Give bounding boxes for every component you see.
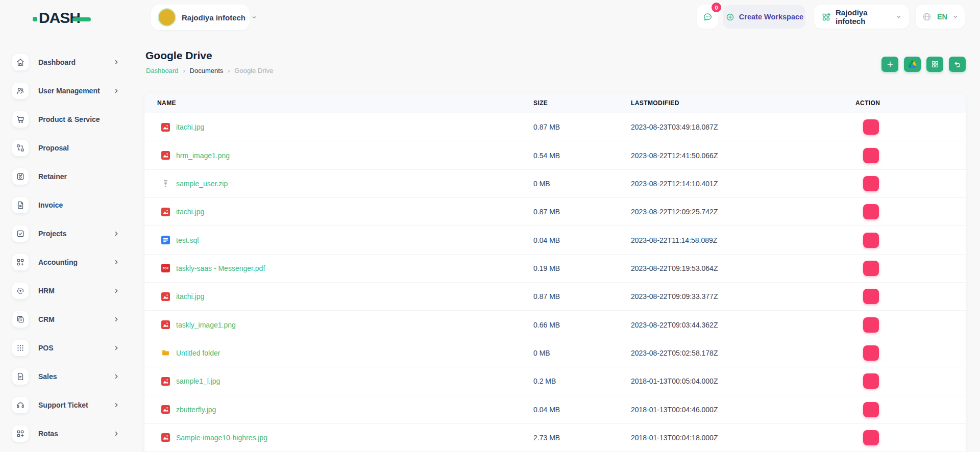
- save-icon: [12, 168, 29, 185]
- sidebar-item-product-service[interactable]: Product & Service: [0, 105, 133, 134]
- sidebar-item-proposal[interactable]: Proposal: [0, 134, 133, 162]
- google-drive-icon: [909, 60, 917, 68]
- delete-button[interactable]: [863, 289, 879, 304]
- page-toolbar: [881, 57, 966, 72]
- table-header: NAME SIZE LASTMODIFIED ACTION: [144, 93, 966, 113]
- messages-badge: 0: [712, 3, 721, 12]
- file-name-link[interactable]: Sample-image10-highres.jpg: [176, 434, 267, 442]
- table-row: sample1_l.jpg 0.2 MB 2018-01-13T00:05:04…: [144, 367, 966, 395]
- create-workspace-label: Create Workspace: [739, 13, 803, 21]
- file-size: 0 MB: [533, 349, 631, 357]
- workspace-switcher[interactable]: Rajodiya infotech: [151, 5, 250, 30]
- file-name-link[interactable]: itachi.jpg: [176, 292, 204, 300]
- chevron-down-icon: [896, 14, 902, 20]
- table-row: zbutterfly.jpg 0.04 MB 2018-01-13T00:04:…: [144, 395, 966, 423]
- invoice-icon: [12, 197, 29, 213]
- chevron-right-icon: [113, 345, 119, 351]
- table-row: Sample-image10-highres.jpg 2.73 MB 2018-…: [144, 424, 966, 452]
- sidebar-item-rotas[interactable]: Rotas: [0, 419, 133, 448]
- image-file-icon: [161, 405, 170, 414]
- sidebar-item-label: Retainer: [38, 172, 113, 181]
- delete-button[interactable]: [863, 430, 879, 445]
- sidebar-item-accounting[interactable]: Accounting: [0, 248, 133, 277]
- delete-button[interactable]: [863, 233, 879, 248]
- breadcrumb-item-dashboard[interactable]: Dashboard: [146, 67, 179, 74]
- sidebar-item-user-management[interactable]: User Management: [0, 77, 133, 105]
- table-row: taskly_image1.png 0.66 MB 2023-08-22T09:…: [144, 311, 966, 339]
- messages-button[interactable]: 0: [697, 5, 718, 29]
- logo-accent-dot: [33, 17, 37, 21]
- delete-button[interactable]: [863, 261, 879, 276]
- column-header-action: ACTION: [855, 99, 966, 107]
- sidebar-item-projects[interactable]: Projects: [0, 219, 133, 248]
- table-row: sample_user.zip 0 MB 2023-08-22T12:14:10…: [144, 170, 966, 198]
- company-name: Rajodiya infotech: [836, 8, 891, 26]
- file-size: 2.73 MB: [533, 434, 631, 442]
- globe-icon: [922, 12, 932, 22]
- file-name-link[interactable]: itachi.jpg: [176, 208, 204, 216]
- column-header-lastmodified[interactable]: LASTMODIFIED: [631, 99, 855, 107]
- file-name-link[interactable]: sample1_l.jpg: [176, 377, 220, 385]
- file-last-modified: 2023-08-22T11:14:58.089Z: [631, 236, 855, 244]
- chevron-right-icon: [113, 259, 119, 265]
- back-button[interactable]: [949, 57, 966, 72]
- undo-icon: [953, 60, 962, 68]
- file-size: 0.04 MB: [533, 236, 631, 244]
- chevron-down-icon: [251, 14, 257, 20]
- sidebar-item-retainer[interactable]: Retainer: [0, 162, 133, 191]
- file-name-link[interactable]: hrm_image1.png: [176, 152, 230, 160]
- sidebar-item-label: User Management: [38, 87, 113, 95]
- delete-button[interactable]: [863, 119, 879, 135]
- app-logo[interactable]: DASH: [33, 9, 91, 27]
- grid-view-button[interactable]: [926, 57, 943, 72]
- delete-button[interactable]: [863, 345, 879, 361]
- create-workspace-button[interactable]: Create Workspace: [723, 5, 805, 29]
- delete-button[interactable]: [863, 176, 879, 191]
- sidebar-item-invoice[interactable]: Invoice: [0, 191, 133, 219]
- sidebar-item-sales[interactable]: Sales: [0, 362, 133, 391]
- copy-plus-icon: [12, 311, 29, 328]
- file-name-link[interactable]: test.sql: [176, 236, 199, 244]
- file-name-link[interactable]: taskly_image1.png: [176, 321, 236, 329]
- grid-dots-icon: [12, 340, 29, 356]
- delete-button[interactable]: [863, 317, 879, 333]
- file-name-link[interactable]: zbutterfly.jpg: [176, 406, 216, 414]
- file-name-link[interactable]: itachi.jpg: [176, 123, 204, 131]
- image-file-icon: [161, 377, 170, 386]
- column-header-name[interactable]: NAME: [144, 99, 533, 107]
- file-name-link[interactable]: Untitled folder: [176, 349, 220, 357]
- image-file-icon: [161, 320, 170, 329]
- file-name-link[interactable]: sample_user.zip: [176, 180, 228, 188]
- target-icon: [12, 283, 29, 299]
- plus-circle-icon: [725, 12, 735, 22]
- file-last-modified: 2023-08-22T12:41:50.066Z: [631, 152, 855, 160]
- sql-file-icon: [161, 236, 170, 244]
- add-file-button[interactable]: [881, 57, 898, 72]
- company-menu[interactable]: Rajodiya infotech: [814, 5, 909, 29]
- svg-text:PDF: PDF: [163, 267, 169, 270]
- sidebar-item-dashboard[interactable]: Dashboard: [0, 48, 133, 77]
- column-header-size[interactable]: SIZE: [533, 99, 631, 107]
- sidebar-item-pos[interactable]: POS: [0, 334, 133, 362]
- check-square-icon: [12, 225, 29, 242]
- sidebar-item-hrm[interactable]: HRM: [0, 277, 133, 305]
- delete-button[interactable]: [863, 148, 879, 163]
- sidebar-item-crm[interactable]: CRM: [0, 305, 133, 334]
- sidebar-item-label: Projects: [38, 230, 113, 238]
- workspace-name: Rajodiya infotech: [182, 13, 246, 22]
- file-last-modified: 2018-01-13T00:04:46.000Z: [631, 406, 855, 414]
- table-row: itachi.jpg 0.87 MB 2023-08-22T12:09:25.7…: [144, 198, 966, 226]
- delete-button[interactable]: [863, 402, 879, 417]
- file-name-link[interactable]: taskly-saas - Messenger.pdf: [176, 264, 265, 272]
- delete-button[interactable]: [863, 373, 879, 389]
- chevron-right-icon: [113, 59, 119, 65]
- workspace-avatar: [158, 8, 176, 27]
- image-file-icon: [161, 292, 170, 301]
- sidebar-item-support-ticket[interactable]: Support Ticket: [0, 391, 133, 419]
- file-last-modified: 2023-08-22T05:02:58.178Z: [631, 349, 855, 357]
- language-code: EN: [936, 13, 948, 21]
- breadcrumb-item-documents[interactable]: Documents: [190, 67, 224, 74]
- delete-button[interactable]: [863, 204, 879, 219]
- language-menu[interactable]: EN: [916, 5, 965, 29]
- google-drive-button[interactable]: [904, 57, 921, 72]
